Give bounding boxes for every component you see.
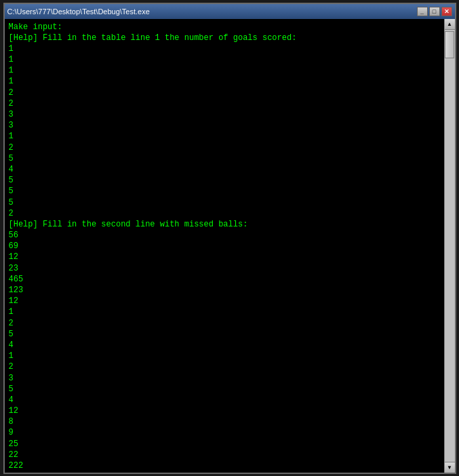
console-line: 3 xyxy=(9,109,440,120)
console-line: 123 xyxy=(9,285,440,296)
console-line: 2 xyxy=(9,208,440,219)
console-line: 1 xyxy=(9,306,440,317)
console-line: 22 xyxy=(9,450,440,460)
maximize-button[interactable]: □ xyxy=(429,7,440,16)
console-line: Make input: xyxy=(9,22,440,33)
title-bar: C:\Users\777\Desktop\Test\Debug\Test.exe… xyxy=(5,4,455,19)
console-line: 2 xyxy=(9,87,440,98)
minimize-button[interactable]: _ xyxy=(417,7,428,16)
console-line: 25 xyxy=(9,439,440,450)
console-line: 3 xyxy=(9,373,440,384)
console-window: C:\Users\777\Desktop\Test\Debug\Test.exe… xyxy=(3,3,456,474)
console-line: 1 xyxy=(9,65,440,76)
window-controls: _ □ ✕ xyxy=(417,7,452,16)
console-line: 3 xyxy=(9,120,440,131)
console-line: 9 xyxy=(9,427,440,438)
console-line: 5 xyxy=(9,186,440,197)
console-line: 2 xyxy=(9,98,440,109)
console-line: 1 xyxy=(9,76,440,87)
console-line: 2 xyxy=(9,318,440,329)
console-line: 5 xyxy=(9,384,440,395)
console-line: 1 xyxy=(9,54,440,65)
console-output[interactable]: Make input:[Help] Fill in the table line… xyxy=(5,19,444,473)
scroll-down-arrow[interactable]: ▼ xyxy=(445,462,455,473)
scrollbar[interactable]: ▲ ▼ xyxy=(444,19,455,473)
console-line: 465 xyxy=(9,274,440,285)
scroll-up-arrow[interactable]: ▲ xyxy=(445,19,455,30)
console-line: 12 xyxy=(9,405,440,416)
console-line: 8 xyxy=(9,416,440,427)
console-line: 222 xyxy=(9,460,440,471)
console-line: 56 xyxy=(9,230,440,241)
window-title: C:\Users\777\Desktop\Test\Debug\Test.exe xyxy=(7,7,150,16)
console-line: [Help] Fill in the second line with miss… xyxy=(9,219,440,230)
console-line: [Help] Fill in the table line 1 the numb… xyxy=(9,33,440,43)
console-line: 1 xyxy=(9,351,440,361)
console-line: 5 xyxy=(9,175,440,186)
console-line: 1 xyxy=(9,131,440,142)
console-line: 12 xyxy=(9,252,440,262)
console-line: 1 1 1 2 2 2 3 3 1 2 1 2 5 1 4 5 1 2 5 1 … xyxy=(9,471,440,472)
console-line: 1 xyxy=(9,43,440,54)
console-line: 12 xyxy=(9,296,440,306)
console-line: 5 xyxy=(9,329,440,340)
console-line: 2 xyxy=(9,142,440,153)
console-line: 5 xyxy=(9,197,440,208)
console-line: 4 xyxy=(9,395,440,405)
close-button[interactable]: ✕ xyxy=(441,7,452,16)
console-line: 2 xyxy=(9,361,440,372)
console-line: 23 xyxy=(9,263,440,274)
console-line: 5 xyxy=(9,153,440,164)
console-line: 4 xyxy=(9,340,440,351)
console-line: 4 xyxy=(9,164,440,175)
console-line: 69 xyxy=(9,241,440,252)
scroll-thumb[interactable] xyxy=(445,31,454,58)
console-area: Make input:[Help] Fill in the table line… xyxy=(5,19,455,473)
